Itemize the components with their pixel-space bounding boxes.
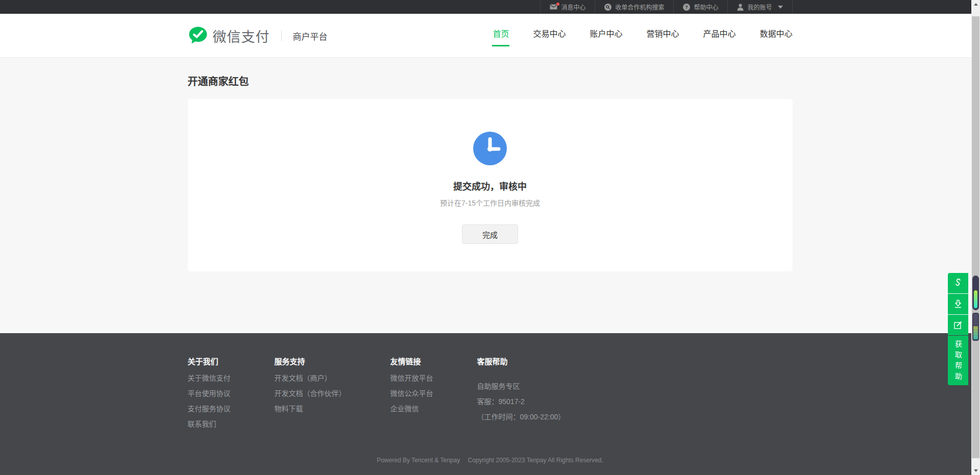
topbar-item-label: 帮助中心 xyxy=(694,3,718,11)
help-icon: ? xyxy=(683,4,690,11)
footer-column-customer-service: 客服帮助 自助服务专区 客服：95017-2 （工作时间：09:00-22:00… xyxy=(477,356,793,428)
footer-column-support: 服务支持 开发文档（商户） 开发文档（合作伙伴） 物料下载 xyxy=(275,356,390,428)
footer-service-hours: （工作时间：09:00-22:00） xyxy=(477,413,793,420)
copyright-rights: Copyright 2005-2023 Tenpay All Rights Re… xyxy=(468,457,603,464)
copyright-line: Powered By Tencent & Tenpay Copyright 20… xyxy=(0,457,980,464)
nav-item-marketing-center[interactable]: 营销中心 xyxy=(646,25,679,46)
footer-heading: 友情链接 xyxy=(390,356,477,366)
scrollbar-down-arrow[interactable] xyxy=(971,466,980,475)
status-card: 提交成功，审核中 预计在7-15个工作日内审核完成 完成 xyxy=(188,99,793,271)
footer-link-payment-agreement[interactable]: 支付服务协议 xyxy=(188,405,275,412)
footer-column-about: 关于我们 关于微信支付 平台使用协议 支付服务协议 联系我们 xyxy=(188,356,275,428)
footer-link-wechat-official-accounts[interactable]: 微信公众平台 xyxy=(390,390,477,397)
svg-text:?: ? xyxy=(685,4,689,10)
wechat-bubble-icon xyxy=(188,26,208,46)
top-utility-bar: 消息中心 收单合作机构搜索 ? 帮助中心 我的账号 xyxy=(0,0,980,14)
footer-link-docs-merchant[interactable]: 开发文档（商户） xyxy=(275,374,390,382)
nav-item-home[interactable]: 首页 xyxy=(493,25,509,46)
footer-link-wecom[interactable]: 企业微信 xyxy=(390,405,477,412)
copyright-powered: Powered By Tencent & Tenpay xyxy=(377,457,460,464)
topbar-item-messages[interactable]: 消息中心 xyxy=(540,0,595,14)
primary-nav: 首页 交易中心 账户中心 营销中心 产品中心 数据中心 xyxy=(493,25,792,46)
topbar-item-acquirer-search[interactable]: 收单合作机构搜索 xyxy=(595,0,673,14)
scrollbar-thumb[interactable] xyxy=(972,16,979,458)
page-title: 开通商家红包 xyxy=(188,58,793,88)
floating-get-help-button[interactable]: 获取帮助 xyxy=(948,336,968,385)
search-icon xyxy=(604,4,611,11)
topbar-item-label: 我的账号 xyxy=(747,3,772,11)
unread-badge xyxy=(556,3,559,6)
footer-link-contact-us[interactable]: 联系我们 xyxy=(188,420,275,428)
footer: 关于我们 关于微信支付 平台使用协议 支付服务协议 联系我们 服务支持 开发文档… xyxy=(0,333,980,475)
footer-link-about-wechatpay[interactable]: 关于微信支付 xyxy=(188,374,275,382)
status-title: 提交成功，审核中 xyxy=(453,179,527,192)
footer-heading: 服务支持 xyxy=(275,356,390,366)
message-icon xyxy=(550,4,557,10)
topbar-item-help-center[interactable]: ? 帮助中心 xyxy=(673,0,727,14)
miniprogram-link-icon xyxy=(953,278,963,288)
footer-heading: 关于我们 xyxy=(188,356,275,366)
scrollbar-meter-overlay xyxy=(972,276,979,310)
nav-item-trade-center[interactable]: 交易中心 xyxy=(533,25,566,46)
main-header: 微信支付 商户平台 首页 交易中心 账户中心 营销中心 产品中心 数据中心 xyxy=(0,14,980,58)
main-content: 开通商家红包 提交成功，审核中 预计在7-15个工作日内审核完成 完成 xyxy=(0,58,980,333)
header-divider xyxy=(281,30,282,41)
topbar-item-label: 收单合作机构搜索 xyxy=(615,3,664,11)
logo-wordmark: 微信支付 xyxy=(213,26,270,46)
screen: 消息中心 收单合作机构搜索 ? 帮助中心 我的账号 xyxy=(0,0,980,475)
portal-label: 商户平台 xyxy=(293,30,328,42)
scrollbar[interactable] xyxy=(971,0,980,475)
topbar-item-label: 消息中心 xyxy=(561,3,585,11)
floating-feedback-button[interactable] xyxy=(948,315,968,335)
footer-link-docs-partner[interactable]: 开发文档（合作伙伴） xyxy=(275,390,390,397)
nav-item-data-center[interactable]: 数据中心 xyxy=(760,25,792,46)
nav-item-product-center[interactable]: 产品中心 xyxy=(703,25,736,46)
account-icon xyxy=(737,4,744,11)
nav-item-account-center[interactable]: 账户中心 xyxy=(590,25,622,46)
footer-link-materials-download[interactable]: 物料下载 xyxy=(275,405,390,412)
floating-download-button[interactable] xyxy=(948,294,968,314)
chevron-down-icon xyxy=(778,6,783,9)
footer-link-platform-agreement[interactable]: 平台使用协议 xyxy=(188,390,275,397)
footer-link-wechat-open-platform[interactable]: 微信开放平台 xyxy=(390,374,477,382)
footer-column-friend-links: 友情链接 微信开放平台 微信公众平台 企业微信 xyxy=(390,356,477,428)
floating-help-group: 获取帮助 xyxy=(948,273,968,385)
floating-miniprogram-button[interactable] xyxy=(948,273,968,293)
footer-link-self-service[interactable]: 自助服务专区 xyxy=(477,383,793,390)
feedback-icon xyxy=(953,320,963,330)
download-icon xyxy=(953,299,963,309)
wechat-pay-logo[interactable]: 微信支付 xyxy=(188,26,270,46)
footer-heading: 客服帮助 xyxy=(477,356,793,366)
scrollbar-up-arrow[interactable] xyxy=(971,0,980,9)
topbar-item-my-account[interactable]: 我的账号 xyxy=(727,0,792,14)
done-button[interactable]: 完成 xyxy=(462,224,518,244)
status-subtitle: 预计在7-15个工作日内审核完成 xyxy=(440,197,540,208)
footer-service-phone: 客服：95017-2 xyxy=(477,398,793,405)
scrollbar-stripes-overlay xyxy=(972,313,979,341)
clock-icon xyxy=(473,132,507,165)
